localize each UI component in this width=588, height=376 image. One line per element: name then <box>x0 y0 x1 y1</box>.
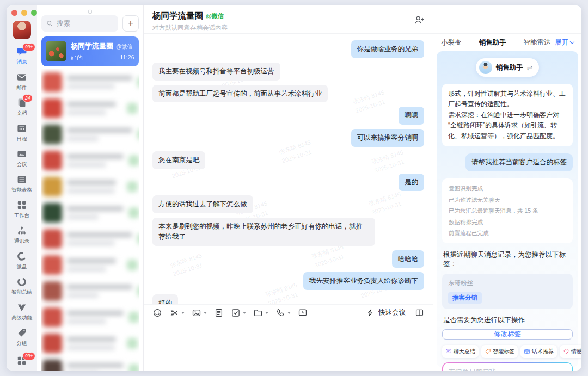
expand-button[interactable]: 展开 <box>555 38 574 47</box>
message-bubble: 嗯嗯 <box>399 107 424 125</box>
sidebar-item-label: 智能总结 <box>11 289 32 296</box>
assistant-input-wrap <box>442 362 573 371</box>
watermark: 张东晴 8145 2025-10-31 <box>351 88 388 115</box>
chat-source-mark <box>127 260 138 270</box>
message-input[interactable] <box>144 320 433 371</box>
user-query-bubble: 请帮我推荐当前客户适合的标签 <box>465 153 573 171</box>
message-bubble: 是的 <box>399 174 424 192</box>
watermark: 张东晴 8145 2025-10-31 <box>370 147 407 175</box>
assistant-tab[interactable]: 小裂变 <box>441 38 462 47</box>
chat-list-item-selected[interactable]: 杨同学流量圈 @微信 好的 11:26 <box>41 36 139 66</box>
toolbar-button[interactable] <box>298 308 308 318</box>
quick-action-chip[interactable]: 话术推荐 <box>520 345 557 358</box>
split-panel-icon[interactable] <box>415 308 424 317</box>
assistant-tab[interactable]: 销售助手 <box>479 38 506 47</box>
chat-list-item-blurred[interactable] <box>41 278 139 304</box>
chevron-down-icon <box>570 39 574 44</box>
add-member-icon[interactable] <box>414 15 424 25</box>
sidebar-bottom[interactable]: 99+ <box>16 352 27 371</box>
chat-summary-icon <box>445 348 452 355</box>
chat-list-item-blurred[interactable] <box>41 252 139 278</box>
sidebar-item[interactable]: 日程 <box>7 120 37 146</box>
sidebar-item-label: 微盘 <box>17 263 27 270</box>
toolbar-button[interactable] <box>275 308 291 318</box>
chat-list-item-blurred[interactable] <box>41 121 139 147</box>
search-box[interactable] <box>41 15 118 32</box>
sidebar-item[interactable]: 通讯录 <box>7 223 37 248</box>
message-bubble: 本来是刷到您的视频，昨晚上联系苏州的老乡正好有你的电话，就推荐给我了 <box>152 218 375 246</box>
sidebar-item[interactable]: 微盘 <box>7 248 37 274</box>
message-bubble: 您在南京是吧 <box>152 151 205 169</box>
edit-tags-button[interactable]: 修改标签 <box>442 329 573 340</box>
app-window: 99+ 消息 邮件 24 文档 日程 会议 智能表格 <box>7 5 581 371</box>
quick-action-chip[interactable]: 情感分析 <box>560 345 581 358</box>
chat-source-mark <box>127 181 138 192</box>
assistant-identity-pill[interactable]: 销售助手 ⇌ <box>476 58 540 77</box>
search-input[interactable] <box>57 20 114 27</box>
progress-line: 已为您汇总最近聊天消息，共 15 条 <box>449 205 566 216</box>
toolbar-button[interactable] <box>192 308 207 318</box>
quick-meeting-button[interactable]: 快速会议 <box>378 308 406 317</box>
notes-icon <box>214 308 224 318</box>
conversation-header: 杨同学流量圈 @微信 对方默认同意存档会话内容 <box>144 5 433 34</box>
traffic-light[interactable] <box>11 10 17 16</box>
assistant-quick-actions: 聊天总结 智能标签 话术推荐 情感分析 <box>442 340 573 358</box>
user-avatar[interactable] <box>13 21 31 39</box>
message-input-area[interactable] <box>144 320 433 371</box>
chat-avatar <box>42 151 62 170</box>
assistant-panel: 小裂变销售助手智能雷达 展开 销售助手 ⇌ 形式，针对性讲解其与艺术涂料行业、工… <box>433 5 581 371</box>
sidebar-item[interactable]: 99+ 消息 <box>7 44 37 69</box>
message-bubble: 前面都是帮助工厂起号宣传的，前面从事艺术涂料行业 <box>152 85 328 103</box>
assistant-tabs: 小裂变销售助手智能雷达 展开 <box>433 34 581 51</box>
toolbar-button[interactable] <box>231 308 246 318</box>
switch-assistant-icon[interactable]: ⇌ <box>527 64 533 72</box>
toolbar-button[interactable] <box>152 308 162 318</box>
assistant-input[interactable] <box>443 363 572 371</box>
apps-icon <box>16 200 27 211</box>
window-controls <box>7 10 37 16</box>
message-area: 你是做啥业务的兄弟我主要在视频号和抖音等平台初级运营前面都是帮助工厂起号宣传的，… <box>144 34 433 304</box>
quick-action-chip[interactable]: 智能标签 <box>481 345 518 358</box>
recommended-tag[interactable]: 推客分销 <box>448 292 482 304</box>
chat-avatar <box>42 334 62 353</box>
message-bubble: 好的 <box>152 294 178 304</box>
chat-source-badge: @微信 <box>116 43 132 51</box>
meeting-icon <box>16 149 27 159</box>
chat-list-item-blurred[interactable] <box>41 147 139 174</box>
chat-list-item-blurred[interactable] <box>41 200 139 226</box>
sidebar-item[interactable]: 24 文档 <box>7 95 37 120</box>
table-icon <box>16 174 27 185</box>
sidebar-item-label: 日程 <box>17 135 27 143</box>
caret-icon <box>287 312 291 314</box>
sidebar-item[interactable]: 邮件 <box>7 69 37 95</box>
chat-list-item-blurred[interactable] <box>41 95 139 121</box>
chat-list-item-blurred[interactable] <box>41 226 139 252</box>
sidebar-item[interactable]: 分组 <box>7 325 37 350</box>
search-icon <box>46 20 53 27</box>
sidebar-item[interactable]: 智能总结 <box>7 274 37 299</box>
smiley-icon <box>152 308 162 318</box>
sidebar-item[interactable]: 会议 <box>7 146 37 171</box>
traffic-light[interactable] <box>21 10 27 16</box>
sidebar-item-label: 智能表格 <box>11 187 32 194</box>
chat-source-mark <box>127 103 138 114</box>
sidebar-item[interactable]: 智能表格 <box>7 171 37 197</box>
add-chat-button[interactable]: + <box>122 15 139 32</box>
chat-list-item-blurred[interactable] <box>41 69 139 95</box>
chat-list-item-blurred[interactable] <box>41 330 139 356</box>
sidebar-item[interactable]: 高级功能 <box>7 299 37 325</box>
toolbar-button[interactable] <box>253 308 268 318</box>
unread-badge: 24 <box>22 94 33 102</box>
traffic-light[interactable] <box>31 10 37 16</box>
sidebar-item[interactable]: 工作台 <box>7 197 37 223</box>
toolbar-button[interactable] <box>214 308 224 318</box>
chat-list-item-blurred[interactable] <box>41 304 139 330</box>
assistant-tab[interactable]: 智能雷达 <box>524 38 551 47</box>
conversation-panel: 杨同学流量圈 @微信 对方默认同意存档会话内容 你是做啥业务的兄弟我主要在视频号… <box>144 5 433 371</box>
toolbar-button[interactable] <box>169 308 185 318</box>
chat-title: 杨同学流量圈 <box>71 41 113 51</box>
pin-icon <box>87 7 93 13</box>
quick-action-chip[interactable]: 聊天总结 <box>442 345 479 358</box>
chat-list-item-blurred[interactable] <box>41 356 139 371</box>
chat-list-item-blurred[interactable] <box>41 174 139 200</box>
